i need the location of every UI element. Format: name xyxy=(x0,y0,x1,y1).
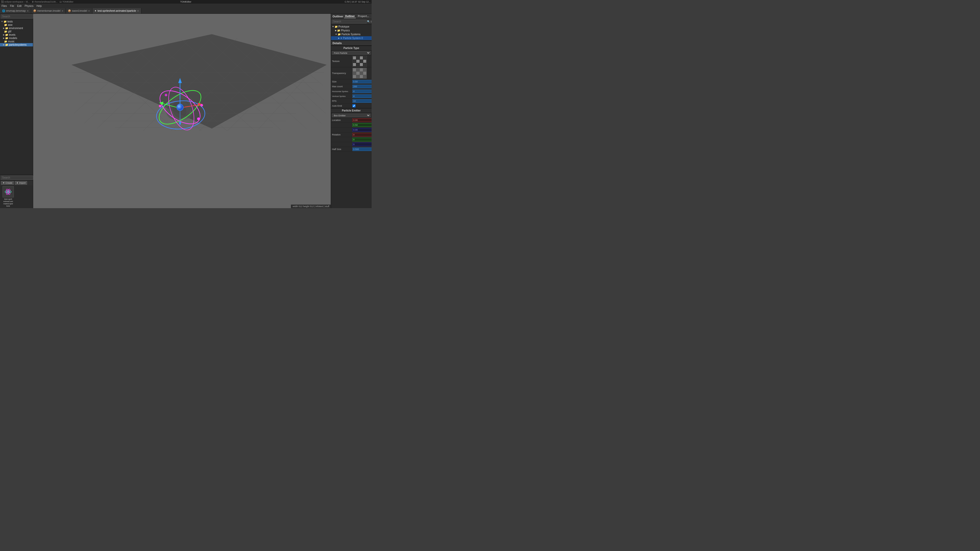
asset-item-particle[interactable]: test-spritesheet-animated.tparticle xyxy=(1,186,15,207)
outliner-item-particle-systems[interactable]: ▼ 📁 Particle Systems xyxy=(331,32,372,36)
rotation-y-input[interactable]: 0 xyxy=(352,138,372,141)
menu-files[interactable]: Files xyxy=(2,5,7,7)
tabbar: 🌐 envmap.tenvmap ✕ 📦 menentoman.tmodel ✕… xyxy=(0,8,372,14)
location-label: Location xyxy=(332,119,352,121)
tab-particle-close[interactable]: ✕ xyxy=(137,10,139,12)
emitter-type-value: Box Emitter Sphere Emitter Point Emitter xyxy=(332,114,371,117)
menu-edit[interactable]: Edit xyxy=(17,5,21,7)
folder-icon-asw: 📁 xyxy=(4,24,7,26)
tree-item-gltf[interactable]: 📁 gltf xyxy=(0,30,33,33)
location-z-input[interactable]: 0.00 xyxy=(352,128,372,132)
file-tree: ▼ 📁 tests 📁 asw ▶ 📁 environment 📁 gltf ▶… xyxy=(0,19,33,175)
texture-preview[interactable] xyxy=(352,56,367,67)
workspace-label: ⬛ eclipse-workspace – ld... 🖥 rhome/andr… xyxy=(1,0,73,3)
arrow-particle-system-0: ▶ xyxy=(338,37,340,39)
property-row-autoemit: Auto Emit xyxy=(331,103,372,108)
trans-cell-5 xyxy=(353,72,356,75)
file-search-input[interactable] xyxy=(1,14,35,18)
tab-properties[interactable]: Propert... xyxy=(357,14,370,18)
tree-item-levels[interactable]: ▶ 📁 levels xyxy=(0,33,33,37)
arrow-prototype: ▼ xyxy=(332,25,334,28)
autoemit-label: Auto Emit xyxy=(332,105,352,107)
transparency-preview[interactable] xyxy=(352,68,367,79)
tree-item-particlesystems[interactable]: ▶ 📁 particlesystems xyxy=(0,43,33,46)
outliner-search-input[interactable] xyxy=(332,20,366,24)
assets-search-input[interactable] xyxy=(1,176,35,179)
svg-point-51 xyxy=(200,104,203,106)
location-x-input[interactable]: 0.00 xyxy=(352,118,372,122)
outliner-label-physics: Physics xyxy=(341,29,350,32)
rotation-x-value: 0 ▲ ▼ xyxy=(352,133,372,137)
property-row-texture: Texture xyxy=(331,56,372,67)
size-input[interactable]: 0.50 xyxy=(352,80,372,83)
tree-item-models[interactable]: ▶ 📁 models xyxy=(0,37,33,40)
arrow-levels: ▶ xyxy=(3,34,5,36)
fps-input[interactable]: 10 xyxy=(352,99,372,103)
tex-cell-9 xyxy=(353,63,356,66)
tab-envmap[interactable]: 🌐 envmap.tenvmap ✕ xyxy=(0,8,31,14)
outliner-item-physics[interactable]: ▶ 📁 Physics xyxy=(331,29,372,32)
tab-particle[interactable]: ✦ test-spritesheet-animated.tparticle ✕ xyxy=(92,8,142,14)
halfsize-input[interactable]: 0.500 xyxy=(352,148,372,151)
hsprites-input[interactable]: 4 xyxy=(352,89,372,93)
vsprites-label: Vertical Sprites xyxy=(332,95,352,97)
trans-cell-7 xyxy=(360,72,363,75)
menu-help[interactable]: Help xyxy=(37,5,42,7)
tab-outliner[interactable]: Outliner xyxy=(344,14,356,18)
trans-cell-3 xyxy=(360,68,363,71)
property-row-location-z: 0.00 ▲ ▼ xyxy=(331,127,372,132)
rotation-x-input[interactable]: 0 xyxy=(352,133,372,137)
create-button[interactable]: ▼ Create xyxy=(1,181,14,185)
outliner-item-particle-system-0[interactable]: ▶ ✦ Particle System 0 xyxy=(331,36,372,40)
tree-item-environment[interactable]: ▶ 📁 environment xyxy=(0,27,33,30)
tree-item-asw[interactable]: 📁 asw xyxy=(0,23,33,27)
outliner-label-particle-system-0: Particle System 0 xyxy=(343,37,363,40)
autoemit-checkbox[interactable] xyxy=(352,104,355,107)
details-panel: Details Particle Type Point Particle Spr… xyxy=(331,41,372,208)
rotation-y-value: 0 ▲ ▼ xyxy=(352,138,372,141)
location-y-input[interactable]: 0.50 xyxy=(352,123,372,127)
tree-item-music[interactable]: 📁 music xyxy=(0,40,33,43)
tab-menentoman[interactable]: 📦 menentoman.tmodel ✕ xyxy=(31,8,66,14)
tab-particle-icon: ✦ xyxy=(94,10,97,12)
tree-item-tests[interactable]: ▼ 📁 tests xyxy=(0,20,33,23)
menu-physics[interactable]: Physics xyxy=(24,5,33,7)
svg-point-0 xyxy=(7,191,9,192)
arrow-particle-systems: ▼ xyxy=(335,33,337,35)
property-row-rotation-z: 0 ▲ ▼ xyxy=(331,142,372,147)
fps-value: 10 ▲ ▼ xyxy=(352,99,372,103)
tab-sword[interactable]: 📦 sword.tmodel ✕ xyxy=(66,8,92,14)
viewport[interactable]: width 512 height 512 | infotext | stuff xyxy=(33,14,331,208)
tab-envmap-label: envmap.tenvmap xyxy=(6,10,26,12)
trans-cell-12 xyxy=(363,75,366,78)
main-area: 🔍 ▼ 📁 tests 📁 asw ▶ 📁 environment 📁 gltf xyxy=(0,14,372,208)
rotation-z-input[interactable]: 0 xyxy=(352,143,372,146)
vsprites-input[interactable]: 4 xyxy=(352,94,372,98)
tex-cell-12 xyxy=(363,63,366,66)
fps-spinbtn: 10 ▲ ▼ xyxy=(352,99,372,103)
menu-file[interactable]: File xyxy=(10,5,14,7)
texture-value xyxy=(352,56,371,67)
status-text: width 512 height 512 | infotext | stuff xyxy=(293,205,329,208)
import-button[interactable]: ⬇ Import xyxy=(15,181,27,185)
right-panel: Outliner Outliner Propert... 🔍 ⊞ ▼ 📁 Pro… xyxy=(331,14,372,208)
topbar-right: C:/M | 16:37 02 Sep 12... xyxy=(345,0,371,3)
trans-cell-6 xyxy=(356,72,360,75)
tex-cell-5 xyxy=(353,60,356,63)
tab-menentoman-close[interactable]: ✕ xyxy=(62,10,64,12)
folder-icon-tests: 📁 xyxy=(3,20,6,23)
rotation-y-spinbtn: 0 ▲ ▼ xyxy=(352,138,372,141)
maxcount-input[interactable]: 200 xyxy=(352,85,372,88)
outliner-search-icon[interactable]: 🔍 xyxy=(367,20,370,23)
outliner-item-prototype[interactable]: ▼ 📁 Prototype xyxy=(331,25,372,29)
trans-cell-8 xyxy=(363,72,366,75)
particle-type-select[interactable]: Point Particle Sprite Particle Mesh Part… xyxy=(332,51,371,55)
tree-label-music: music xyxy=(8,40,14,43)
particle-visualization xyxy=(131,62,228,153)
tab-sword-close[interactable]: ✕ xyxy=(88,10,90,12)
folder-icon-env: 📁 xyxy=(5,27,8,30)
tab-envmap-close[interactable]: ✕ xyxy=(27,10,29,12)
emitter-type-select[interactable]: Box Emitter Sphere Emitter Point Emitter xyxy=(332,114,371,117)
node-icon-particle-systems: 📁 xyxy=(338,33,341,36)
outliner-grid-icon[interactable]: ⊞ xyxy=(371,20,372,23)
